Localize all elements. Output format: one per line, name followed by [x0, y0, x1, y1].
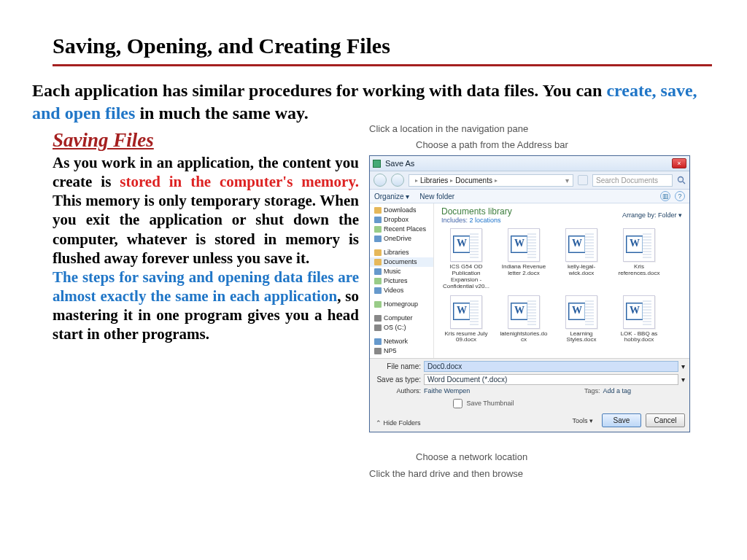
back-button[interactable] [374, 174, 387, 187]
nav-label: Libraries [384, 249, 409, 256]
nav-documents[interactable]: Documents [370, 257, 433, 267]
word-icon [623, 295, 655, 329]
nav-onedrive[interactable]: OneDrive [370, 234, 433, 244]
dialog-title: Save As [385, 159, 672, 168]
nav-label: Network [384, 338, 408, 345]
file-name: latenightstories.docx [499, 331, 549, 344]
view-button[interactable]: ▥ [660, 191, 670, 201]
nav-label: Videos [384, 287, 403, 294]
nav-os-drive[interactable]: OS (C:) [370, 323, 433, 332]
savetype-label: Save as type: [374, 376, 421, 384]
file-item[interactable]: Kris resume July 09.docx [441, 295, 491, 344]
dropdown-icon[interactable]: ▾ [565, 176, 569, 184]
file-name: Kris references.docx [614, 264, 664, 277]
savetype-select[interactable]: Word Document (*.docx) [424, 374, 678, 385]
file-item[interactable]: LOK - BBQ as hobby.docx [614, 295, 664, 344]
file-name: kelly-legal-wick.docx [557, 264, 606, 277]
organize-button[interactable]: Organize ▾ [374, 192, 409, 201]
folder-icon [374, 259, 382, 265]
search-input[interactable]: Search Documents [592, 174, 673, 187]
includes-label: Includes: [441, 217, 468, 224]
computer-icon [374, 348, 382, 354]
dropdown-icon[interactable]: ▾ [681, 362, 685, 370]
nav-music[interactable]: Music [370, 267, 433, 276]
crumb-documents[interactable]: Documents [455, 176, 492, 184]
refresh-button[interactable] [578, 175, 588, 185]
tags-label: Tags: [584, 387, 600, 394]
filename-label: File name: [374, 362, 421, 370]
file-item[interactable]: Kris references.docx [614, 228, 664, 289]
nav-videos[interactable]: Videos [370, 286, 433, 295]
recent-icon [374, 226, 382, 233]
nav-label: Music [384, 268, 401, 275]
search-icon [677, 176, 686, 184]
search-placeholder: Search Documents [596, 176, 658, 184]
nav-label: NP5 [384, 347, 397, 354]
file-item[interactable]: latenightstories.docx [499, 295, 549, 344]
page-title: Saving, Opening, and Creating Files [53, 34, 712, 58]
authors-value[interactable]: Faithe Wempen [424, 387, 470, 394]
nav-pictures[interactable]: Pictures [370, 276, 433, 286]
nav-label: Downloads [384, 206, 417, 214]
nav-downloads[interactable]: Downloads [370, 206, 433, 215]
nav-label: OneDrive [384, 235, 411, 242]
save-button[interactable]: Save [602, 413, 641, 427]
p1b: This memory is only temporary storage. W… [53, 192, 359, 266]
dialog-titlebar[interactable]: Save As × [370, 156, 689, 171]
videos-icon [374, 287, 382, 294]
save-thumbnail-checkbox[interactable] [453, 399, 462, 408]
file-name: Indiana Revenue letter 2.docx [499, 264, 549, 277]
figure-column: Click a location in the navigation pane … [369, 129, 712, 485]
hide-folders-button[interactable]: Hide Folders [376, 419, 421, 427]
p1-red: stored in the computer's memory. [120, 173, 359, 190]
body-paragraph: As you work in an application, the conte… [53, 153, 359, 343]
section-heading: Saving Files [53, 129, 359, 152]
nav-libraries[interactable]: Libraries [370, 248, 433, 257]
nav-label: Recent Places [384, 225, 426, 233]
includes-link[interactable]: 2 locations [470, 217, 501, 224]
cancel-button[interactable]: Cancel [646, 413, 685, 427]
file-item[interactable]: Indiana Revenue letter 2.docx [499, 228, 549, 289]
nav-computer[interactable]: Computer [370, 314, 433, 323]
file-item[interactable]: kelly-legal-wick.docx [557, 228, 606, 289]
lead-text-2: in much the same way. [135, 104, 308, 122]
arrange-value[interactable]: Folder ▾ [658, 211, 682, 219]
dropbox-icon [374, 217, 382, 223]
cloud-icon [374, 236, 382, 242]
word-icon [450, 228, 482, 262]
file-name: LOK - BBQ as hobby.docx [614, 331, 664, 344]
chevron-right-icon: ▸ [495, 177, 498, 184]
svg-point-0 [678, 177, 684, 182]
file-item[interactable]: Learning Styles.docx [557, 295, 606, 344]
text-column: Saving Files As you work in an applicati… [53, 129, 359, 485]
nav-dropbox[interactable]: Dropbox [370, 215, 433, 225]
authors-label: Authors: [384, 387, 421, 394]
lead-text-1: Each application has similar procedures … [32, 81, 606, 100]
forward-button[interactable] [391, 174, 404, 187]
new-folder-button[interactable]: New folder [419, 192, 454, 201]
filename-input[interactable]: Doc0.docx [424, 361, 678, 372]
word-icon [623, 228, 655, 262]
chevron-right-icon: ▸ [450, 177, 453, 184]
crumb-libraries[interactable]: Libraries [420, 176, 448, 184]
nav-network[interactable]: Network [370, 337, 433, 346]
nav-homegroup[interactable]: Homegroup [370, 300, 433, 309]
file-item[interactable]: ICS G54 OD Publication Expansion - Confi… [441, 228, 491, 289]
help-button[interactable]: ? [675, 191, 685, 201]
breadcrumb[interactable]: ▸ Libraries ▸ Documents ▸ ▾ [409, 174, 573, 187]
word-icon [508, 295, 540, 329]
tags-value[interactable]: Add a tag [603, 387, 631, 394]
address-bar: ▸ Libraries ▸ Documents ▸ ▾ Search Docum… [370, 171, 689, 190]
arrange-label: Arrange by: [622, 211, 657, 219]
tools-button[interactable]: Tools ▾ [572, 417, 593, 424]
chevron-right-icon: ▸ [415, 177, 418, 184]
nav-recent[interactable]: Recent Places [370, 225, 433, 234]
close-button[interactable]: × [672, 158, 686, 168]
nav-np5[interactable]: NP5 [370, 346, 433, 356]
dropdown-icon[interactable]: ▾ [681, 376, 685, 384]
pictures-icon [374, 278, 382, 284]
title-underline [53, 64, 712, 66]
word-icon [450, 295, 482, 329]
nav-label: Documents [384, 258, 417, 265]
p2-blue: The steps for saving and opening data fi… [53, 268, 359, 305]
